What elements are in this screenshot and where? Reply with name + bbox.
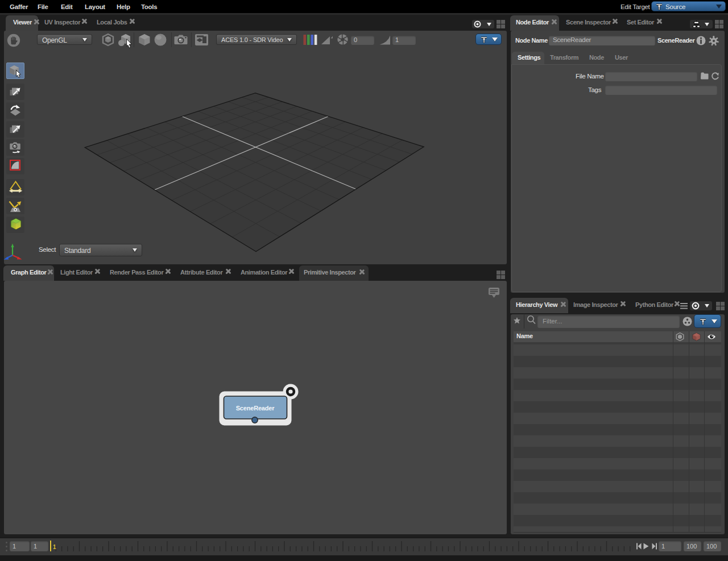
- svg-text:SceneReader: SceneReader: [236, 405, 275, 412]
